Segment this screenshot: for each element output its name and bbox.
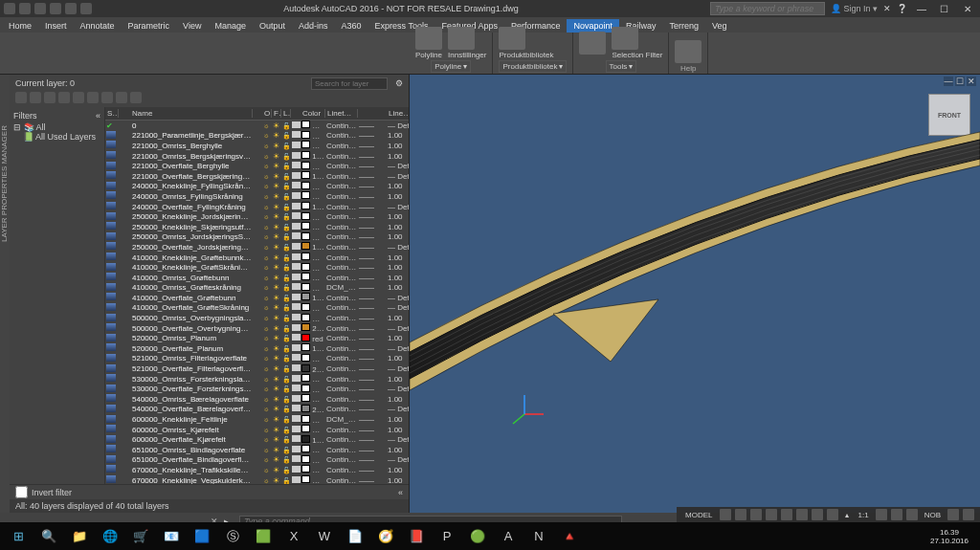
help-icon[interactable]: ❔ <box>897 4 907 13</box>
layer-search-input[interactable] <box>311 77 388 90</box>
drawing-viewport[interactable]: —☐✕ FRONT WCS <box>410 75 980 513</box>
system-clock[interactable]: 16.3927.10.2016 <box>923 528 976 545</box>
prodbib-dropdown[interactable]: Produktbibliotek ▾ <box>499 60 567 73</box>
taskbar-app[interactable]: 🌐 <box>96 525 124 548</box>
ribbon-tab-manage[interactable]: Manage <box>208 19 253 33</box>
taskbar-app[interactable]: 🧭 <box>371 525 400 548</box>
taskbar-app[interactable]: 🔍 <box>34 525 63 548</box>
layer-row[interactable]: 221000_Overflate_Berghylle☼☀🔓 wh...Conti… <box>105 161 409 171</box>
ribbon-tab-terreng[interactable]: Terreng <box>663 19 706 33</box>
taskbar-app[interactable]: 🟢 <box>463 525 492 548</box>
layer-row[interactable]: ✔0☼☀🔓 wh...Continu...——— Defa <box>105 121 409 131</box>
tools-dropdown[interactable]: Tools ▾ <box>606 60 637 73</box>
layer-row[interactable]: 240000_Knekklinje_FyllingSkråning☼☀🔓 wh.… <box>105 182 409 192</box>
layer-row[interactable]: 250000_Overflate_JordskjæringsSkråning☼☀… <box>105 242 409 253</box>
layer-row[interactable]: 250000_Knekklinje_Jordskjæringskant☼☀🔓 w… <box>105 211 409 222</box>
taskbar-app[interactable]: A <box>494 525 523 548</box>
invert-filter-row[interactable]: Invert filter « <box>10 484 409 499</box>
layer-row[interactable]: 600000_Omriss_Kjørefelt☼☀🔓 wh...Continu.… <box>105 425 409 435</box>
layer-row[interactable]: 521000_Omriss_Filterlagoverflate☼☀🔓 wh..… <box>105 354 409 364</box>
layer-row[interactable]: 410000_Knekklinje_Grøftebunnkant☼☀🔓 wh..… <box>105 253 409 263</box>
taskbar-app[interactable]: 📧 <box>157 525 186 548</box>
layer-row[interactable]: 540000_Overflate_Bærelagoverflate☼☀🔓 20.… <box>105 405 409 415</box>
layer-row[interactable]: 250000_Omriss_JordskjæringsSkråning☼☀🔓 w… <box>105 232 409 243</box>
taskbar-app[interactable]: W <box>310 525 339 548</box>
maximize-button[interactable]: ☐ <box>936 3 953 14</box>
layer-panel-gear-icon[interactable]: ⚙ <box>395 78 403 88</box>
layer-row[interactable]: 410000_Knekklinje_GrøftSkråningskant☼☀🔓 … <box>105 262 409 273</box>
layer-row[interactable]: 540000_Omriss_Bærelagoverflate☼☀🔓 wh...C… <box>105 394 409 405</box>
layer-grid[interactable]: S...Name O...Fre...L... ColorLinetypeLin… <box>105 107 409 484</box>
exchange-icon[interactable]: ✕ <box>883 4 891 13</box>
layer-grid-header[interactable]: S...Name O...Fre...L... ColorLinetypeLin… <box>105 107 409 121</box>
taskbar-app[interactable]: 📄 <box>341 525 369 548</box>
layer-row[interactable]: 221000_Overflate_Bergskjæringsvegg☼☀🔓 17… <box>105 171 409 182</box>
ribbon-tab-parametric[interactable]: Parametric <box>122 19 177 33</box>
layer-row[interactable]: 521000_Overflate_Filterlagoverflate☼☀🔓 2… <box>105 363 409 374</box>
layer-row[interactable]: 410000_Omriss_Grøfteskråning☼☀🔓 wh...DCM… <box>105 283 409 294</box>
window-title: Autodesk AutoCAD 2016 - NOT FOR RESALE D… <box>283 4 518 13</box>
help-search-input[interactable] <box>710 2 825 15</box>
layer-toolbar[interactable] <box>10 92 409 107</box>
layer-row[interactable]: 221000_Parametlinje_Bergskjæringstopp☼☀🔓… <box>105 131 409 142</box>
layer-row[interactable]: 530000_Overflate_Forsterkningslagoverfla… <box>105 384 409 394</box>
layer-row[interactable]: 520000_Omriss_Planum☼☀🔓 redContinu...——1… <box>105 333 409 343</box>
layer-row[interactable]: 530000_Omriss_Forsterkningslagoverflate☼… <box>105 374 409 385</box>
taskbar[interactable]: ⊞🔍📁🌐🛒📧🟦Ⓢ🟩XW📄🧭📕P🟢AN🔺16.3927.10.2016 <box>0 522 980 550</box>
taskbar-app[interactable]: 🔺 <box>555 525 584 548</box>
layer-row[interactable]: 520000_Overflate_Planum☼☀🔓 18...Continu.… <box>105 343 409 354</box>
layer-row[interactable]: 250000_Knekklinje_Skjæringsutforming☼☀🔓 … <box>105 222 409 232</box>
sel-filter-icon[interactable] <box>612 27 638 50</box>
layer-row[interactable]: 221000_Omriss_Bergskjæringsvegg☼☀🔓 15...… <box>105 151 409 162</box>
ribbon-tab-annotate[interactable]: Annotate <box>74 19 122 33</box>
status-bar[interactable]: MODEL ▴1:1 NOB <box>677 507 980 522</box>
ribbon-tabs: HomeInsertAnnotateParametricViewManageOu… <box>0 17 980 33</box>
help-ribbon-icon[interactable] <box>675 40 702 63</box>
layer-row[interactable]: 651000_Omriss_Bindlagoverflate☼☀🔓 wh...C… <box>105 445 409 455</box>
taskbar-app[interactable]: N <box>524 525 553 548</box>
ribbon-tab-add-ins[interactable]: Add-ins <box>292 19 335 33</box>
prodbib-icon[interactable] <box>499 27 525 50</box>
ribbon-tab-insert[interactable]: Insert <box>38 19 74 33</box>
layer-row[interactable]: 600000_Overflate_Kjørefelt☼☀🔓 10...Conti… <box>105 434 409 445</box>
taskbar-app[interactable]: 📁 <box>65 525 94 548</box>
settings-icon[interactable] <box>448 27 475 50</box>
ribbon-tab-a360[interactable]: A360 <box>335 19 368 33</box>
quick-access-toolbar[interactable] <box>4 3 92 14</box>
taskbar-app[interactable]: P <box>433 525 461 548</box>
layer-row[interactable]: 410000_Omriss_Grøftebunn☼☀🔓 wh...Continu… <box>105 273 409 283</box>
ribbon-tab-veg[interactable]: Veg <box>705 19 734 33</box>
close-button[interactable]: ✕ <box>959 3 976 14</box>
layer-row[interactable]: 240000_Omriss_FyllingSkråning☼☀🔓 wh...Co… <box>105 191 409 202</box>
layer-row[interactable]: 410000_Overflate_Grøftebunn☼☀🔓 14...Cont… <box>105 293 409 303</box>
taskbar-app[interactable]: 🟩 <box>249 525 278 548</box>
polyline-icon[interactable] <box>415 27 442 50</box>
invert-filter-checkbox[interactable] <box>15 486 28 498</box>
layer-row[interactable]: 670000_Knekklinje_Trafikkskilleutforming… <box>105 465 409 475</box>
layer-row[interactable]: 670000_Knekklinje_Vegskulderkant☼☀🔓 wh..… <box>105 475 409 484</box>
side-panel-handle[interactable]: LAYER PROPERTIES MANAGER <box>0 75 10 513</box>
taskbar-app[interactable]: 🟦 <box>188 525 216 548</box>
layer-row[interactable]: 410000_Overflate_GrøfteSkråning☼☀🔓 wh...… <box>105 303 409 314</box>
layer-row[interactable]: 600000_Knekklinje_Feltlinje☼☀🔓 wh...DCM_… <box>105 414 409 425</box>
taskbar-app[interactable]: 🛒 <box>126 525 155 548</box>
layer-row[interactable]: 500000_Omriss_Overbygningslagkantflate☼☀… <box>105 313 409 323</box>
layer-filters-tree[interactable]: Filters « ⊟ 📚 All 📗 All Used Layers <box>10 107 105 484</box>
layer-row[interactable]: 500000_Overflate_Overbygningslagkantflat… <box>105 323 409 334</box>
ribbon-tab-output[interactable]: Output <box>253 19 292 33</box>
signin-link[interactable]: 👤 Sign In ▾ <box>831 4 878 13</box>
drawing-content <box>410 75 980 513</box>
taskbar-app[interactable]: 📕 <box>402 525 431 548</box>
minimize-button[interactable]: — <box>913 3 930 14</box>
ribbon-tab-view[interactable]: View <box>176 19 208 33</box>
taskbar-app[interactable]: Ⓢ <box>218 525 247 548</box>
taskbar-app[interactable]: ⊞ <box>4 525 33 548</box>
title-bar: Autodesk AutoCAD 2016 - NOT FOR RESALE D… <box>0 0 980 17</box>
taskbar-app[interactable]: X <box>279 525 308 548</box>
layer-row[interactable]: 651000_Overflate_Bindlagoverflate☼☀🔓 wh.… <box>105 455 409 466</box>
layers-icon[interactable] <box>579 32 606 55</box>
polyline-dropdown[interactable]: Polyline ▾ <box>431 60 471 73</box>
layer-row[interactable]: 221000_Omriss_Berghylle☼☀🔓 wh...Continu.… <box>105 141 409 151</box>
ribbon-tab-home[interactable]: Home <box>2 19 38 33</box>
layer-row[interactable]: 240000_Overflate_FyllingKråning☼☀🔓 18...… <box>105 202 409 212</box>
